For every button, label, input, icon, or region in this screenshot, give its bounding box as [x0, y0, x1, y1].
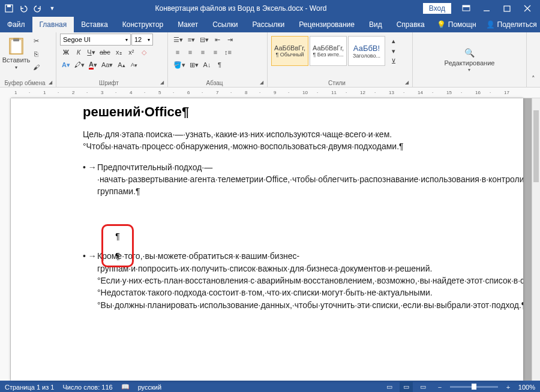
web-layout-icon[interactable]: ▭	[416, 382, 430, 393]
status-proofing-icon[interactable]: 📖	[121, 383, 130, 391]
font-name-select[interactable]: Segoe UI▾	[60, 34, 131, 46]
align-right-icon[interactable]: ≡	[197, 46, 209, 58]
title-bar: ▼ Конвертация файлов из Ворд в Эксель.do…	[0, 0, 540, 17]
styles-scroll-up-icon[interactable]: ▴	[388, 36, 400, 46]
format-painter-icon[interactable]: 🖌	[30, 61, 42, 73]
change-case-button[interactable]: Aa▾	[100, 59, 115, 71]
styles-expand-icon[interactable]: ⊻	[388, 56, 400, 66]
paragraph-launcher-icon[interactable]: ◢	[260, 80, 266, 86]
show-marks-icon[interactable]: ¶	[214, 59, 226, 71]
numbering-icon[interactable]: ≡▾	[185, 34, 197, 46]
save-icon[interactable]	[2, 2, 16, 15]
svg-rect-1	[7, 5, 11, 7]
clear-format-icon[interactable]: ◇	[138, 46, 150, 58]
zoom-out-icon[interactable]: −	[433, 382, 446, 393]
style-no-spacing[interactable]: АаБбВвГг, ¶ Без инте...	[310, 36, 347, 66]
italic-button[interactable]: К	[73, 46, 85, 58]
zoom-in-icon[interactable]: +	[502, 382, 515, 393]
close-icon[interactable]	[517, 0, 538, 17]
share-button[interactable]: 👤Поделиться	[481, 17, 540, 32]
vertical-scrollbar[interactable]	[532, 98, 540, 381]
tab-references[interactable]: Ссылки	[205, 17, 245, 32]
horizontal-ruler[interactable]: 1·1·2·3·4·5·6·7·8·9·10·11·12·13·14·15·16…	[0, 88, 540, 98]
quick-access-toolbar: ▼	[2, 2, 59, 15]
sort-icon[interactable]: A↓	[201, 59, 213, 71]
minimize-icon[interactable]	[476, 0, 497, 17]
svg-rect-3	[463, 5, 470, 7]
group-font: Segoe UI▾ 12▾ Ж К Ч▾ abc x₂ x² ◇ A▾ 🖍▾ A…	[56, 32, 168, 87]
styles-scroll-down-icon[interactable]: ▾	[388, 46, 400, 56]
zoom-slider[interactable]	[450, 386, 498, 388]
shrink-font-icon[interactable]: A▾	[128, 59, 140, 71]
increase-indent-icon[interactable]: ⇥	[224, 34, 236, 46]
decrease-indent-icon[interactable]: ⇤	[211, 34, 223, 46]
grow-font-icon[interactable]: A▴	[115, 59, 127, 71]
list-item: Предпочтительный·подход·—·начать·разверт…	[97, 161, 487, 198]
paste-button[interactable]: Вставить ▾	[4, 34, 29, 73]
vertical-ruler[interactable]	[0, 98, 11, 381]
underline-button[interactable]: Ч▾	[85, 46, 97, 58]
svg-rect-5	[504, 6, 510, 11]
multilevel-icon[interactable]: ⊟▾	[198, 34, 211, 46]
scrollbar-thumb[interactable]	[533, 110, 539, 182]
group-clipboard: Вставить ▾ ✂ ⎘ 🖌 Буфер обмена ◢	[0, 32, 56, 87]
status-language[interactable]: русский	[138, 384, 161, 391]
font-color-icon[interactable]: A▾	[87, 59, 99, 71]
bullets-icon[interactable]: ☰▾	[172, 34, 185, 46]
clipboard-icon	[8, 37, 24, 55]
tell-me-button[interactable]: 💡Помощн	[432, 17, 481, 32]
list-item: Кроме·того,·вы·можете·обратиться·к·вашим…	[97, 250, 487, 310]
redo-icon[interactable]	[31, 2, 44, 15]
tab-design[interactable]: Конструктор	[115, 17, 170, 32]
find-icon[interactable]: 🔍	[463, 47, 476, 59]
font-size-select[interactable]: 12▾	[131, 34, 153, 46]
line-spacing-icon[interactable]: ↕≡	[222, 46, 234, 58]
qat-customize-icon[interactable]: ▼	[46, 2, 59, 15]
tab-help[interactable]: Справка	[389, 17, 432, 32]
cut-icon[interactable]: ✂	[30, 35, 42, 47]
document-page[interactable]: решений·Office¶ Цель·для·этапа·поиска·—·…	[11, 98, 523, 381]
subscript-button[interactable]: x₂	[113, 46, 125, 58]
styles-launcher-icon[interactable]: ◢	[405, 80, 411, 86]
strike-button[interactable]: abc	[98, 46, 112, 58]
undo-icon[interactable]	[17, 2, 30, 15]
tab-file[interactable]: Файл	[0, 17, 32, 32]
tab-home[interactable]: Главная	[32, 17, 74, 32]
maximize-icon[interactable]	[497, 0, 517, 17]
tab-mailings[interactable]: Рассылки	[245, 17, 292, 32]
copy-icon[interactable]: ⎘	[30, 48, 42, 60]
justify-icon[interactable]: ≡	[209, 46, 221, 58]
highlight-icon[interactable]: 🖍▾	[73, 59, 86, 71]
shading-icon[interactable]: 🪣▾	[172, 59, 187, 71]
tab-insert[interactable]: Вставка	[74, 17, 115, 32]
ribbon-options-icon[interactable]	[456, 0, 476, 17]
superscript-button[interactable]: x²	[125, 46, 137, 58]
login-button[interactable]: Вход	[423, 3, 451, 14]
group-editing: 🔍 Редактирование ▾	[413, 32, 527, 87]
style-heading1[interactable]: АаБбВ! Заголово...	[348, 36, 385, 66]
document-area: решений·Office¶ Цель·для·этапа·поиска·—·…	[0, 98, 540, 381]
borders-icon[interactable]: ⊞▾	[188, 59, 200, 71]
group-styles: АаБбВвГг, ¶ Обычный АаБбВвГг, ¶ Без инте…	[268, 32, 413, 87]
align-left-icon[interactable]: ≡	[172, 46, 184, 58]
text-effects-icon[interactable]: A▾	[60, 59, 72, 71]
tab-review[interactable]: Рецензирование	[292, 17, 362, 32]
window-title: Конвертация файлов из Ворд в Эксель.docx…	[59, 4, 423, 13]
tab-view[interactable]: Вид	[362, 17, 389, 32]
status-page[interactable]: Страница 1 из 1	[5, 384, 54, 391]
bold-button[interactable]: Ж	[60, 46, 72, 58]
style-normal[interactable]: АаБбВвГг, ¶ Обычный	[271, 36, 308, 66]
collapse-ribbon-icon[interactable]: ˄	[527, 73, 539, 85]
paragraph: Цель·для·этапа·поиска·—·узнать,·какие·из…	[83, 128, 487, 153]
clipboard-launcher-icon[interactable]: ◢	[49, 80, 55, 86]
status-words[interactable]: Число слов: 116	[62, 384, 112, 391]
status-bar: Страница 1 из 1 Число слов: 116 📖 русски…	[0, 381, 540, 392]
print-layout-icon[interactable]: ▭	[400, 382, 413, 393]
align-center-icon[interactable]: ≡	[184, 46, 196, 58]
font-launcher-icon[interactable]: ◢	[160, 80, 166, 86]
read-mode-icon[interactable]: ▭	[383, 382, 396, 393]
tab-layout[interactable]: Макет	[170, 17, 205, 32]
ribbon: Вставить ▾ ✂ ⎘ 🖌 Буфер обмена ◢ Segoe UI…	[0, 32, 540, 88]
lightbulb-icon: 💡	[437, 20, 446, 29]
zoom-level[interactable]: 100%	[518, 384, 535, 391]
